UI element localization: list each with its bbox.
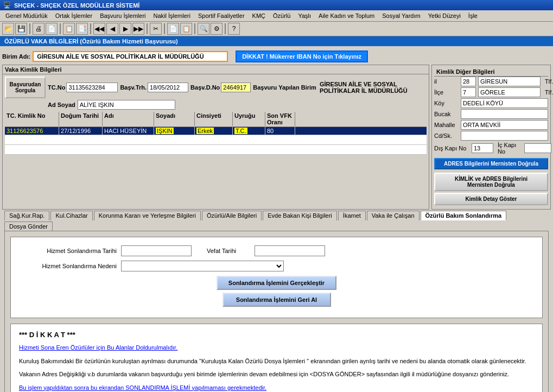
- table-row-1[interactable]: 31126623576 27/12/1996 HACI HÜSEYİN IŞKI…: [5, 127, 427, 135]
- cdsk-row: Cd/Sk.: [434, 131, 548, 141]
- dikkat-button[interactable]: DİKKAT ! Mükerrer IBAN No için Tıklayını…: [236, 50, 368, 62]
- adres-dogrula-btn[interactable]: ADRES Bilgilerini Mernisten Doğrula: [434, 158, 548, 169]
- warning-link-4: Bu işlem yapıldıktan sonra bu ekrandan S…: [19, 384, 266, 391]
- toolbar-copy[interactable]: 📋: [63, 23, 75, 35]
- tab-ikamet[interactable]: İkamet: [338, 211, 366, 220]
- menu-ozurlu[interactable]: Özürlü: [270, 11, 294, 20]
- basv-birim-value: GİRESUN AİLE VE SOSYALPOLİTİKALAR İL MÜD…: [320, 81, 408, 94]
- menu-yetki-duzeyi[interactable]: Yetki Düzeyi: [425, 11, 464, 20]
- menu-genel-mudurluk[interactable]: Genel Müdürlük: [2, 11, 51, 20]
- toolbar-search[interactable]: 🔍: [198, 23, 209, 35]
- cdsk-label: Cd/Sk.: [434, 132, 459, 139]
- warning-section: *** D İ K K A T *** Hizmeti Sona Eren Öz…: [10, 324, 543, 392]
- tc-no-input[interactable]: [66, 83, 118, 92]
- ad-soyad-input[interactable]: [78, 100, 175, 110]
- tab-sag-kur-rap[interactable]: Sağ.Kur.Rap.: [4, 211, 49, 220]
- vaka-kimlik-content: BaşvurudanSorgula TC.No Başv.Trh. Başv.D…: [3, 74, 429, 157]
- hizmet-trh-label: Hizmet Sonlandırma Tarihi: [19, 248, 117, 254]
- il-no-input[interactable]: [461, 77, 476, 86]
- basv-dno-label: Başv.D.No: [190, 84, 220, 91]
- main-content: Birim Adı: GİRESUN AİLE VE SOSYAL POLİTİ…: [0, 48, 553, 392]
- kimlik-detay-btn[interactable]: Kimlik Detay Göster: [434, 193, 548, 205]
- bucak-input[interactable]: [461, 109, 548, 119]
- hizmet-neden-select[interactable]: [121, 261, 284, 271]
- toolbar-print1[interactable]: 🖨: [33, 23, 45, 35]
- sonlandirma-geri-al-btn[interactable]: Sonlandırma İşlemini Geri Al: [223, 293, 331, 307]
- dis-kapi-input[interactable]: [472, 143, 493, 153]
- toolbar-print2[interactable]: 📄: [46, 23, 58, 35]
- koy-input[interactable]: [461, 98, 548, 108]
- ilce-no-input[interactable]: [461, 87, 476, 97]
- menu-sosyal-yardim[interactable]: Sosyal Yardım: [379, 11, 424, 20]
- menu-kmc[interactable]: KMÇ: [249, 11, 269, 20]
- basvurudan-sorgula-btn[interactable]: BaşvurudanSorgula: [5, 77, 46, 98]
- warning-line2: Kuruluş Bakımındaki Bir özürlünün kurulu…: [19, 357, 534, 366]
- ic-kapi-input[interactable]: [524, 143, 551, 153]
- sonlandirma-gerceklestir-btn[interactable]: Sonlandırma İşlemini Gerçekleştir: [217, 276, 336, 290]
- toolbar-prev-prev[interactable]: ◀◀: [93, 23, 105, 35]
- toolbar-doc2[interactable]: 📋: [180, 23, 192, 35]
- tabs-row: Sağ.Kur.Rap. Kul.Cihazlar Korunma Kararı…: [2, 210, 551, 231]
- warning-line1: Hizmeti Sona Eren Özürlüler için Bu Alan…: [19, 343, 534, 352]
- menu-isle[interactable]: İşle: [465, 11, 481, 20]
- form-header: ÖZÜRLÜ VAKA BİLGİLERİ (Özürlü Bakım Hizm…: [0, 36, 553, 46]
- left-panel: Vaka Kimlik Bilgileri BaşvurudanSorgula …: [2, 65, 429, 210]
- basv-dno-input[interactable]: [221, 83, 251, 92]
- dis-kapi-label: Dış Kapı No: [434, 145, 469, 151]
- menu-bar: Genel Müdürlük Ortak İşlemler Başvuru İş…: [0, 10, 553, 22]
- toolbar-prev[interactable]: ◀: [106, 23, 118, 35]
- table-row-3: [5, 145, 427, 155]
- toolbar-paste[interactable]: 📑: [76, 23, 88, 35]
- toolbar-scissors[interactable]: ✂: [150, 23, 162, 35]
- basv-birim-label: Başvuru Yapılan Birim: [253, 84, 316, 91]
- tab-kul-cihazlar[interactable]: Kul.Cihazlar: [50, 211, 92, 220]
- tab-korunma[interactable]: Korunma Kararı ve Yerleşme Bilgileri: [94, 211, 201, 220]
- tab-dosya-gonder[interactable]: Dosya Gönder: [4, 222, 53, 231]
- basv-birim-group: Başvuru Yapılan Birim GİRESUN AİLE VE SO…: [253, 81, 407, 94]
- cdsk-input[interactable]: [461, 131, 548, 141]
- birim-label: Birim Adı:: [2, 53, 30, 60]
- form-header-title: ÖZÜRLÜ VAKA BİLGİLERİ (Özürlü Bakım Hizm…: [4, 38, 178, 45]
- tab-ozurlu-bakim[interactable]: Özürlü Bakım Sonlandırma: [421, 211, 507, 220]
- ilce-adi-input[interactable]: [478, 87, 541, 97]
- mahalle-row: Mahalle: [434, 120, 548, 130]
- vefat-trh-input[interactable]: [255, 245, 325, 256]
- tab-content-sonlandirma: Hizmet Sonlandırma Tarihi Vefat Tarihi H…: [4, 231, 549, 392]
- th-dogum-tarihi: Doğum Tarihi: [59, 112, 103, 126]
- menu-sportif[interactable]: Sportif Faaliyetler: [195, 11, 248, 20]
- toolbar-next-next[interactable]: ▶▶: [132, 23, 144, 35]
- title-bar-text: SHÇEK - SHÇEK ÖZEL MODÜLLER SİSTEMİ: [14, 2, 139, 9]
- il-adi-input[interactable]: [478, 77, 541, 86]
- menu-ortak-islemler[interactable]: Ortak İşlemler: [52, 11, 96, 20]
- toolbar-settings[interactable]: ⚙: [211, 23, 223, 35]
- th-soyadi: Soyadı: [154, 112, 195, 126]
- basv-trh-input[interactable]: [148, 83, 188, 92]
- il-label: il: [434, 78, 459, 85]
- th-uyrugu: Uyruğu: [233, 112, 265, 126]
- toolbar-help[interactable]: ?: [228, 23, 240, 35]
- toolbar-save[interactable]: 💾: [15, 23, 27, 35]
- kimlik-adres-btn[interactable]: KİMLİK ve ADRES Bilgilerini Mernisten Do…: [434, 173, 548, 191]
- td-tc: 31126623576: [5, 127, 59, 135]
- tab-evde-bakan[interactable]: Evde Bakan Kişi Bilgileri: [263, 211, 337, 220]
- koy-row: Köy: [434, 98, 548, 108]
- menu-basvuru-islemleri[interactable]: Başvuru İşlemleri: [97, 11, 149, 20]
- toolbar-doc1[interactable]: 📄: [167, 23, 179, 35]
- hizmet-trh-input[interactable]: [121, 245, 192, 256]
- toolbar-open[interactable]: 📂: [2, 23, 14, 35]
- tab-vaka-calisan[interactable]: Vaka ile Çalışan: [367, 211, 419, 220]
- bucak-row: Bucak: [434, 109, 548, 119]
- menu-nakil-islemleri[interactable]: Nakil İşlemleri: [150, 11, 193, 20]
- koy-label: Köy: [434, 100, 459, 106]
- title-bar-icon: 🖥️: [3, 2, 11, 9]
- menu-aile-kadin[interactable]: Aile Kadın ve Toplum: [315, 11, 378, 20]
- td-cinsiyet: Erkek: [195, 127, 233, 135]
- tab-ozurlu-aile[interactable]: Özürlü/Aile Bilgileri: [202, 211, 262, 220]
- mahalle-input[interactable]: [461, 120, 548, 130]
- th-cinsiyeti: Cinsiyeti: [195, 112, 233, 126]
- td-soyadi: IŞKIN: [154, 127, 195, 135]
- menu-yasli[interactable]: Yaşlı: [295, 11, 314, 20]
- toolbar-next[interactable]: ▶: [119, 23, 131, 35]
- tlf-ev-label: Tlf.(ev): [545, 78, 553, 85]
- tc-no-label: TC.No: [48, 84, 65, 91]
